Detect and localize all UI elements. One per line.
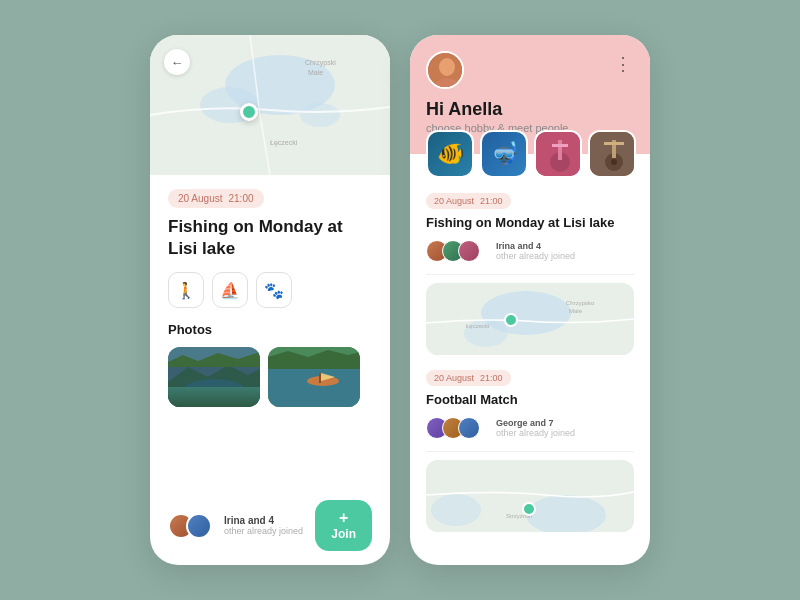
hobby-music[interactable] — [534, 130, 582, 178]
svg-point-19 — [439, 58, 455, 76]
svg-text:Łęczecki: Łęczecki — [270, 139, 298, 147]
hobby-guitar[interactable] — [588, 130, 636, 178]
feed-map-pin-2 — [522, 502, 536, 516]
svg-point-10 — [184, 379, 244, 399]
time-text: 21:00 — [228, 193, 253, 204]
feed-av-2c — [458, 417, 480, 439]
feed-title-1: Fishing on Monday at Lisi lake — [426, 215, 634, 232]
feed-av-1c — [458, 240, 480, 262]
feed-item-fishing: 20 August 21:00 Fishing on Monday at Lis… — [426, 190, 634, 275]
svg-rect-24 — [552, 144, 568, 147]
avatars-group — [168, 513, 212, 539]
hobby-dive[interactable]: 🤿 — [480, 130, 528, 178]
feed-map-1: Łęczecki Chrzypsko Male — [426, 283, 634, 355]
feed-title-2: Football Match — [426, 392, 634, 409]
join-row: Irina and 4 other already joined + Join — [168, 500, 372, 551]
join-plus: + — [339, 510, 348, 526]
hobby-row: 🐠 🤿 — [426, 130, 636, 178]
feed-names-1: Irina and 4 — [496, 241, 575, 251]
svg-text:Male: Male — [308, 69, 323, 76]
photo-2 — [268, 347, 360, 407]
avatar-2 — [186, 513, 212, 539]
svg-text:Male: Male — [569, 308, 583, 314]
feed-names-2: George and 7 — [496, 418, 575, 428]
right-feed: 20 August 21:00 Fishing on Monday at Lis… — [410, 154, 650, 565]
left-phone-card: Łęczecki Chrzypski Male ← 20 August 21:0… — [150, 35, 390, 565]
hobby-fish[interactable]: 🐠 — [426, 130, 474, 178]
svg-point-29 — [611, 159, 617, 165]
join-status: other already joined — [224, 526, 303, 536]
svg-point-38 — [431, 494, 481, 526]
activity-icons: 🚶 ⛵ 🐾 — [168, 272, 372, 308]
svg-point-3 — [300, 103, 340, 127]
feed-map-pin-1 — [504, 313, 518, 327]
feed-date-2: 20 August 21:00 — [426, 370, 511, 386]
svg-text:Chrzypski: Chrzypski — [305, 59, 336, 67]
svg-rect-23 — [558, 140, 562, 160]
feed-date-text-2: 20 August — [434, 373, 474, 383]
feed-time-text-1: 21:00 — [480, 196, 503, 206]
svg-rect-16 — [319, 373, 321, 383]
svg-rect-13 — [268, 367, 360, 407]
user-avatar — [426, 51, 464, 89]
activity-icon-2: ⛵ — [212, 272, 248, 308]
photos-label: Photos — [168, 322, 372, 337]
feed-people-2: George and 7 other already joined — [426, 417, 634, 439]
event-title: Fishing on Monday at Lisi lake — [168, 216, 372, 260]
svg-text:Łęczecki: Łęczecki — [466, 323, 489, 329]
feed-date-text-1: 20 August — [434, 196, 474, 206]
photos-row — [168, 347, 372, 407]
map-pin — [240, 103, 258, 121]
feed-item-football: 20 August 21:00 Football Match George an… — [426, 367, 634, 452]
right-phone-card: ⋮ Hi Anella choose hobby & meet people 🐠… — [410, 35, 650, 565]
map-area: Łęczecki Chrzypski Male ← — [150, 35, 390, 175]
join-label: Join — [331, 527, 356, 541]
feed-avatars-2 — [426, 417, 480, 439]
feed-avatars-1 — [426, 240, 480, 262]
activity-icon-1: 🚶 — [168, 272, 204, 308]
feed-map-2: Strzyżmin — [426, 460, 634, 532]
greeting: Hi Anella — [426, 99, 634, 120]
photo-1 — [168, 347, 260, 407]
left-content: 20 August 21:00 Fishing on Monday at Lis… — [150, 175, 390, 565]
feed-people-1: Irina and 4 other already joined — [426, 240, 634, 262]
date-badge: 20 August 21:00 — [168, 189, 264, 208]
header-top: ⋮ — [426, 51, 634, 89]
join-names: Irina and 4 — [224, 515, 303, 526]
feed-date-1: 20 August 21:00 — [426, 193, 511, 209]
feed-time-text-2: 21:00 — [480, 373, 503, 383]
more-icon[interactable]: ⋮ — [612, 51, 634, 77]
feed-status-1: other already joined — [496, 251, 575, 261]
svg-rect-28 — [604, 142, 624, 145]
date-text: 20 August — [178, 193, 222, 204]
right-header: ⋮ Hi Anella choose hobby & meet people 🐠… — [410, 35, 650, 154]
join-button[interactable]: + Join — [315, 500, 372, 551]
svg-text:Chrzypsko: Chrzypsko — [566, 300, 595, 306]
back-button[interactable]: ← — [164, 49, 190, 75]
feed-status-2: other already joined — [496, 428, 575, 438]
activity-icon-3: 🐾 — [256, 272, 292, 308]
